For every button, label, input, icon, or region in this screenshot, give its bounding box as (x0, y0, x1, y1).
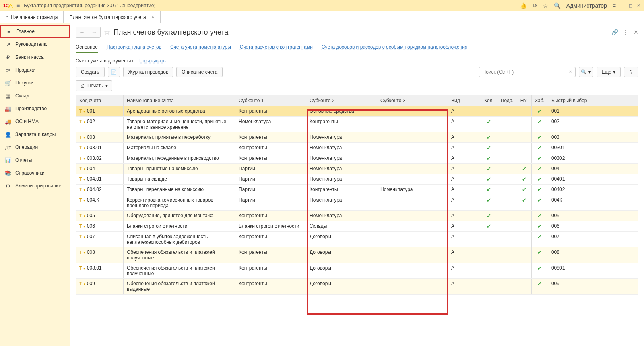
nav-forward-button[interactable]: → (88, 27, 100, 37)
table-row[interactable]: Т● 009Обеспечения обязательств и платеже… (76, 279, 638, 295)
sidebar-item-label: Руководителю (15, 41, 47, 47)
sidebar-item-label: Справочники (15, 170, 45, 176)
sidebar-item-label: Операции (15, 144, 38, 150)
home-icon: ⌂ (6, 14, 8, 20)
journal-button[interactable]: Журнал проводок (123, 67, 173, 77)
info-link[interactable]: Показывать (139, 58, 166, 64)
sidebar-item-label: Производство (15, 106, 47, 111)
col-header-5[interactable]: Вид (448, 95, 481, 106)
sidebar-item-4[interactable]: 🛒Покупки (0, 76, 70, 89)
favorite-star-icon[interactable]: ☆ (104, 28, 110, 37)
table-row[interactable]: Т● 001Арендованные основные средстваКонт… (76, 106, 638, 117)
subtab-1[interactable]: Настройка плана счетов (107, 44, 161, 53)
table-row[interactable]: Т● 002Товарно-материальные ценности, при… (76, 117, 638, 132)
col-header-2[interactable]: Субконто 1 (235, 95, 306, 106)
tab-current[interactable]: План счетов бухгалтерского учета ✕ (64, 11, 160, 23)
sidebar-icon: ⚙ (5, 183, 11, 189)
table-row[interactable]: Т● 003.01Материалы на складеКонтрагентыН… (76, 143, 638, 153)
table-row[interactable]: Т● 005Оборудование, принятое для монтажа… (76, 211, 638, 221)
titlebar: 1С ≡ Бухгалтерия предприятия, редакция 3… (0, 0, 644, 11)
describe-button[interactable]: Описание счета (176, 67, 223, 77)
content: ← → ☆ План счетов бухгалтерского учета 🔗… (70, 23, 644, 346)
star-icon[interactable]: ☆ (543, 2, 548, 9)
sidebar-icon: ↗ (5, 41, 11, 47)
accounts-table: Код счетаНаименование счетаСубконто 1Суб… (76, 95, 638, 295)
settings-lines-icon[interactable]: ≡ (613, 2, 616, 9)
help-button[interactable]: ? (624, 67, 638, 77)
col-header-7[interactable]: Подр. (497, 95, 517, 106)
sidebar-icon: ▦ (5, 93, 11, 99)
sidebar-item-3[interactable]: 🛍Продажи (0, 64, 70, 76)
bell-icon[interactable]: 🔔 (520, 2, 527, 9)
sidebar-icon: 📊 (5, 157, 11, 163)
search-input[interactable] (479, 69, 566, 75)
col-header-8[interactable]: НУ (517, 95, 531, 106)
app-title: Бухгалтерия предприятия, редакция 3.0 (1… (24, 3, 520, 8)
search-clear-icon[interactable]: × (566, 69, 575, 75)
sidebar-item-8[interactable]: 👤Зарплата и кадры (0, 128, 70, 141)
tab-home[interactable]: ⌂ Начальная страница (0, 11, 64, 23)
search-button[interactable]: 🔍 ▾ (579, 67, 593, 77)
close-window-icon[interactable]: ✕ (637, 3, 641, 8)
sidebar-item-label: Банк и касса (15, 54, 44, 60)
col-header-6[interactable]: Кол. (481, 95, 497, 106)
window-controls: — ◻ ✕ (620, 3, 641, 8)
sidebar-item-label: ОС и НМА (15, 119, 39, 124)
sidebar-item-2[interactable]: ₽Банк и касса (0, 51, 70, 64)
sidebar-item-1[interactable]: ↗Руководителю (0, 38, 70, 51)
col-header-1[interactable]: Наименование счета (124, 95, 235, 106)
create-button[interactable]: Создать (76, 67, 105, 77)
app-logo: 1С (3, 2, 13, 9)
sidebar-item-12[interactable]: ⚙Администрирование (0, 179, 70, 192)
col-header-4[interactable]: Субконто 3 (377, 95, 448, 106)
kebab-icon[interactable]: ⋮ (623, 29, 629, 35)
print-button[interactable]: 🖨 Печать ▾ (76, 80, 112, 91)
search-icon[interactable]: 🔍 (554, 2, 561, 9)
sidebar-icon: 🛒 (5, 80, 11, 86)
table-row[interactable]: Т● 008.01Обеспечения обязательств и плат… (76, 263, 638, 279)
sidebar-item-label: Склад (15, 93, 29, 99)
sidebar-item-11[interactable]: 📚Справочники (0, 167, 70, 179)
accounts-table-wrap[interactable]: Код счетаНаименование счетаСубконто 1Суб… (70, 95, 644, 346)
table-row[interactable]: Т● 008Обеспечения обязательств и платеже… (76, 247, 638, 263)
nav-back-button[interactable]: ← (76, 27, 88, 37)
table-row[interactable]: Т● 004Товары, принятые на комиссиюПартии… (76, 164, 638, 174)
sidebar-item-5[interactable]: ▦Склад (0, 89, 70, 102)
table-row[interactable]: Т● 004.02Товары, переданные на комиссиюП… (76, 185, 638, 195)
sidebar-item-6[interactable]: 🏭Производство (0, 102, 70, 115)
subtab-0[interactable]: Основное (76, 44, 98, 53)
col-header-0[interactable]: Код счета (76, 95, 124, 106)
subtab-2[interactable]: Счета учета номенклатуры (170, 44, 231, 53)
table-row[interactable]: Т● 003.02Материалы, переданные в произво… (76, 153, 638, 164)
table-row[interactable]: Т● 004.ККорректировка комиссионных товар… (76, 195, 638, 211)
info-label: Счета учета в документах: (76, 58, 135, 64)
more-button[interactable]: Еще ▾ (597, 67, 621, 77)
user-label[interactable]: Администратор (566, 2, 607, 9)
subtab-4[interactable]: Счета доходов и расходов с особым порядк… (322, 44, 468, 53)
sidebar-item-7[interactable]: 🚚ОС и НМА (0, 115, 70, 128)
sidebar-item-9[interactable]: ДтОперации (0, 141, 70, 154)
maximize-icon[interactable]: ◻ (629, 3, 633, 8)
print-icon: 🖨 (80, 83, 85, 89)
main-menu-icon[interactable]: ≡ (16, 2, 20, 9)
search-box[interactable]: × (479, 67, 576, 77)
col-header-10[interactable]: Быстрый выбор (548, 95, 638, 106)
subtab-3[interactable]: Счета расчетов с контрагентами (240, 44, 313, 53)
col-header-9[interactable]: Заб. (531, 95, 548, 106)
minimize-icon[interactable]: — (620, 3, 625, 8)
sidebar-item-0[interactable]: ≡Главное (0, 25, 70, 38)
table-row[interactable]: Т● 003Материалы, принятые в переработкуК… (76, 132, 638, 143)
link-icon[interactable]: 🔗 (611, 29, 618, 35)
toolbar: Создать 📄 Журнал проводок Описание счета… (70, 67, 644, 80)
close-tab-icon[interactable]: ✕ (151, 14, 155, 20)
col-header-3[interactable]: Субконто 2 (306, 95, 377, 106)
sidebar-item-label: Продажи (15, 67, 35, 73)
table-row[interactable]: Т● 006Бланки строгой отчетностиБланки ст… (76, 221, 638, 232)
table-row[interactable]: Т● 007Списанная в убыток задолженность н… (76, 232, 638, 247)
sidebar-item-10[interactable]: 📊Отчеты (0, 154, 70, 167)
history-icon[interactable]: ↺ (533, 2, 537, 9)
table-row[interactable]: Т● 004.01Товары на складеПартииНоменклат… (76, 174, 638, 185)
create-folder-button[interactable]: 📄 (108, 67, 120, 77)
tab-current-label: План счетов бухгалтерского учета (69, 14, 146, 20)
close-panel-icon[interactable]: ✕ (634, 29, 638, 35)
